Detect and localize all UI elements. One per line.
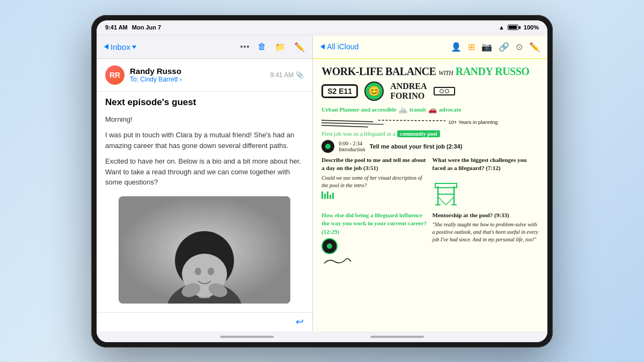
- mail-sender-row: RR Randy Russo To: Cindy Barrett › 9:41 …: [105, 65, 304, 85]
- chevron-left-icon: [104, 44, 108, 49]
- mail-image: [119, 196, 290, 304]
- battery-percent: 100%: [524, 24, 539, 31]
- chair-drawing: [433, 175, 539, 210]
- home-bar: [97, 331, 547, 342]
- svg-point-6: [195, 268, 201, 275]
- mail-time: 9:41 AM 📎: [270, 71, 304, 79]
- svg-line-11: [321, 123, 384, 124]
- sketch-divider: 10+ Years in planning: [321, 117, 539, 128]
- more-button[interactable]: [240, 46, 249, 48]
- mail-body-p1: I was put in touch with Clara by a mutua…: [105, 130, 304, 151]
- notes-panel: All iCloud 👤 ⊞ 📷 🔗 ⊙ ✏️: [313, 35, 547, 331]
- notes-back-button[interactable]: All iCloud: [320, 42, 358, 51]
- vinyl-icon: [321, 238, 338, 254]
- mail-header: RR Randy Russo To: Cindy Barrett › 9:41 …: [97, 59, 312, 92]
- folder-icon[interactable]: 📁: [275, 42, 286, 52]
- title-with: with: [438, 69, 453, 77]
- link-icon[interactable]: 🔗: [499, 42, 509, 52]
- ipad-screen: 9:41 AM Mon Jun 7 ▲ 100%: [97, 20, 547, 342]
- inbox-label: Inbox: [111, 42, 130, 51]
- guest-name: ANDREA FORINO: [390, 82, 427, 100]
- status-time: 9:41 AM: [105, 24, 128, 31]
- record-icon: [321, 140, 334, 153]
- chevron-down-icon: [132, 46, 136, 49]
- home-indicator-left: [220, 336, 274, 338]
- signature-drawing: [321, 255, 354, 266]
- shapes-icon[interactable]: ⊙: [516, 42, 523, 52]
- notes-grid: Describe the pool to me and tell me abou…: [321, 156, 539, 210]
- community-pool-badge: community pool: [397, 130, 440, 137]
- inbox-dropdown[interactable]: Inbox: [111, 42, 136, 51]
- question-2-block: What were the biggest challenges you fac…: [433, 156, 539, 210]
- episode-row: S2 E11 😊 ANDREA FORINO: [321, 82, 539, 101]
- attachment-icon: 📎: [296, 71, 304, 79]
- mail-panel: Inbox 🗑 📁 ✏️: [97, 35, 313, 331]
- back-button[interactable]: [104, 44, 108, 49]
- notes-content: WORK-LIFE BALANCE with RANDY RUSSO S2 E1…: [313, 59, 547, 331]
- sender-name: Randy Russo: [130, 67, 265, 76]
- status-left: 9:41 AM Mon Jun 7: [105, 24, 161, 31]
- q5-heading: Mentorship at the pool? (9:33): [433, 211, 539, 219]
- sender-info: Randy Russo To: Cindy Barrett ›: [130, 67, 265, 83]
- mail-image-container: [97, 196, 312, 312]
- mail-toolbar-right: 🗑 📁 ✏️: [240, 42, 305, 52]
- episode-badge: S2 E11: [321, 84, 358, 98]
- trash-icon[interactable]: 🗑: [258, 42, 266, 51]
- intro-time-label: 0:00 - 2:34 Introduction: [339, 141, 365, 152]
- tagline-line: Urban Planner and accessible 🚲 transit 🚗…: [321, 105, 539, 115]
- title-line1: WORK-LIFE BALANCE: [321, 65, 436, 77]
- reply-button[interactable]: ↩: [296, 316, 304, 328]
- battery-icon: [508, 25, 521, 30]
- notes-toolbar-icons: 👤 ⊞ 📷 🔗 ⊙ ✏️: [451, 42, 540, 52]
- notes-title: WORK-LIFE BALANCE with RANDY RUSSO: [321, 65, 539, 77]
- wifi-icon: ▲: [499, 24, 504, 31]
- q4-text: How else did being a lifeguard influence…: [321, 211, 428, 236]
- layers-icon[interactable]: ⊞: [468, 42, 475, 52]
- intro-row: 0:00 - 2:34 Introduction Tell me about y…: [321, 140, 539, 153]
- mail-body: Morning! I was put in touch with Clara b…: [97, 111, 312, 196]
- compose-icon[interactable]: ✏️: [294, 42, 305, 52]
- notes-bottom-grid: How else did being a lifeguard influence…: [321, 211, 539, 269]
- mail-body-p2: Excited to have her on. Below is a bio a…: [105, 156, 304, 188]
- notes-toolbar: All iCloud 👤 ⊞ 📷 🔗 ⊙ ✏️: [313, 35, 547, 59]
- question-4-block: How else did being a lifeguard influence…: [321, 211, 428, 269]
- intro-question: Tell me about your first job (2:34): [370, 143, 539, 150]
- sender-to-name: Cindy Barrett: [140, 76, 178, 83]
- notes-chevron-left: [320, 44, 325, 49]
- svg-line-22: [446, 197, 454, 205]
- q5-quote: "She really taught me how to problem-sol…: [433, 221, 539, 243]
- home-indicator-right: [370, 336, 424, 338]
- svg-line-10: [321, 120, 373, 122]
- bike-icon: 🚲: [399, 105, 407, 115]
- first-job-line: First job was as a lifeguard at a commun…: [321, 130, 539, 137]
- svg-line-13: [378, 120, 445, 121]
- ipad-frame: 9:41 AM Mon Jun 7 ▲ 100%: [91, 15, 553, 348]
- title-line2: RANDY RUSSO: [456, 65, 530, 77]
- svg-line-21: [438, 197, 446, 205]
- status-right: ▲ 100%: [499, 24, 539, 31]
- q1-text: Describe the pool to me and tell me abou…: [321, 156, 428, 173]
- sender-to: To: Cindy Barrett ›: [130, 76, 265, 83]
- sender-avatar: RR: [105, 65, 125, 85]
- person-icon[interactable]: 👤: [451, 42, 462, 52]
- edit-icon[interactable]: ✏️: [529, 42, 540, 52]
- svg-point-7: [208, 268, 214, 275]
- train-icon: [434, 87, 455, 95]
- mail-toolbar-left: Inbox: [104, 42, 136, 51]
- guest-name-line1: ANDREA: [390, 82, 427, 91]
- question-5-block: Mentorship at the pool? (9:33) "She real…: [433, 211, 539, 269]
- mail-toolbar: Inbox 🗑 📁 ✏️: [97, 35, 312, 59]
- mail-greeting: Morning!: [105, 114, 304, 125]
- guest-name-line2: FORINO: [390, 91, 427, 101]
- mail-bottom-bar: ↩: [97, 312, 312, 331]
- status-date: Mon Jun 7: [132, 24, 161, 31]
- mail-subject: Next episode's guest: [97, 92, 312, 111]
- svg-line-12: [321, 125, 368, 127]
- q3-text: Could we use some of her visual descript…: [321, 174, 428, 189]
- notes-back-label: All iCloud: [327, 42, 358, 51]
- guest-face-icon: 😊: [364, 82, 384, 101]
- first-job-text: First job was as a lifeguard at a: [321, 130, 395, 137]
- tagline-text: Urban Planner and accessible: [321, 106, 396, 114]
- camera-icon[interactable]: 📷: [481, 42, 492, 52]
- pool-lanes-drawing: [321, 191, 428, 199]
